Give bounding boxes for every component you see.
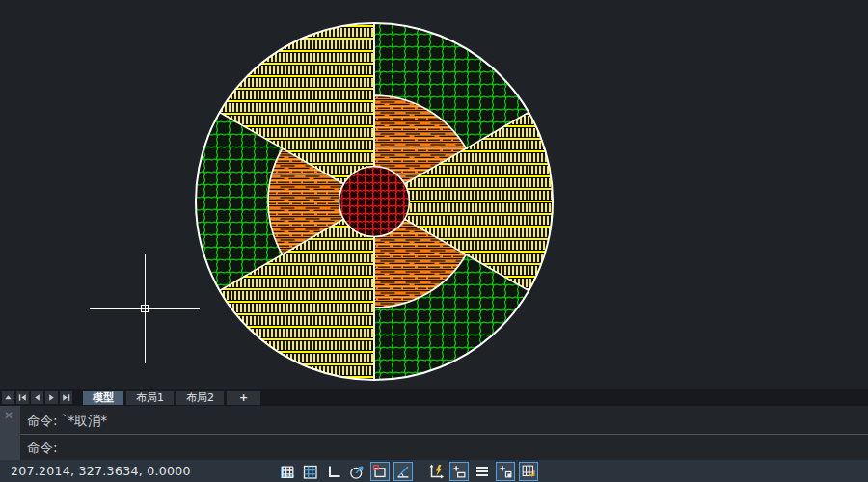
tab-nav-controls (0, 391, 72, 404)
polar-icon (347, 462, 366, 481)
plus-square-button[interactable] (496, 462, 515, 481)
next-tab-icon (45, 391, 58, 404)
layout-tabs: 模型布局1布局2+ (83, 391, 260, 405)
command-history-line: 命令: `*取消* (27, 413, 107, 430)
last-tab-button[interactable] (60, 391, 72, 404)
drawing-svg (0, 0, 868, 389)
grid-enter-icon (520, 462, 537, 481)
center-circle (339, 167, 410, 237)
drawing-canvas[interactable] (0, 0, 868, 389)
osnap-icon (371, 462, 389, 481)
next-tab-button[interactable] (45, 391, 58, 404)
prev-tab-button[interactable] (31, 391, 43, 404)
command-gutter: ✕ (0, 406, 20, 460)
last-tab-icon (60, 391, 72, 404)
grid-enter-button[interactable] (519, 462, 538, 481)
crosshair-cursor (90, 254, 200, 363)
otrack-icon (394, 462, 412, 481)
status-toggle-group (278, 461, 538, 481)
plus-rect-button[interactable] (449, 462, 469, 481)
grid-button[interactable] (278, 462, 297, 481)
dyn-icon (426, 462, 446, 481)
first-tab-button[interactable] (16, 391, 29, 404)
command-separator (20, 434, 868, 435)
ortho-icon (324, 462, 343, 481)
snap-icon (301, 462, 320, 481)
menu-icon (473, 462, 492, 481)
panel-up-icon (2, 391, 14, 404)
dyn-button[interactable] (426, 462, 446, 481)
polar-button[interactable] (347, 462, 366, 481)
new-layout-tab[interactable]: + (227, 391, 260, 405)
grid-icon (278, 462, 297, 481)
prev-tab-icon (31, 391, 43, 404)
plus-square-icon (497, 462, 514, 481)
command-prompt-line[interactable]: 命令: (27, 440, 58, 457)
first-tab-icon (16, 391, 29, 404)
ortho-button[interactable] (324, 462, 343, 481)
layout-tab-bar: 模型布局1布局2+ (0, 389, 868, 406)
otrack-button[interactable] (393, 462, 413, 481)
osnap-button[interactable] (370, 462, 390, 481)
cad-window: 模型布局1布局2+ ✕ 命令: `*取消* 命令: 207.2014, 327.… (0, 0, 868, 482)
plus-rect-icon (450, 462, 468, 481)
status-bar: 207.2014, 327.3634, 0.0000 (0, 460, 868, 482)
menu-button[interactable] (473, 462, 492, 481)
tab-模型[interactable]: 模型 (83, 391, 123, 405)
close-icon[interactable]: ✕ (4, 410, 14, 421)
command-panel: ✕ 命令: `*取消* 命令: (0, 406, 868, 460)
snap-button[interactable] (301, 462, 320, 481)
tab-布局2[interactable]: 布局2 (176, 391, 224, 405)
panel-up-button[interactable] (2, 391, 14, 404)
tab-布局1[interactable]: 布局1 (126, 391, 174, 405)
coordinate-display: 207.2014, 327.3634, 0.0000 (11, 464, 191, 478)
